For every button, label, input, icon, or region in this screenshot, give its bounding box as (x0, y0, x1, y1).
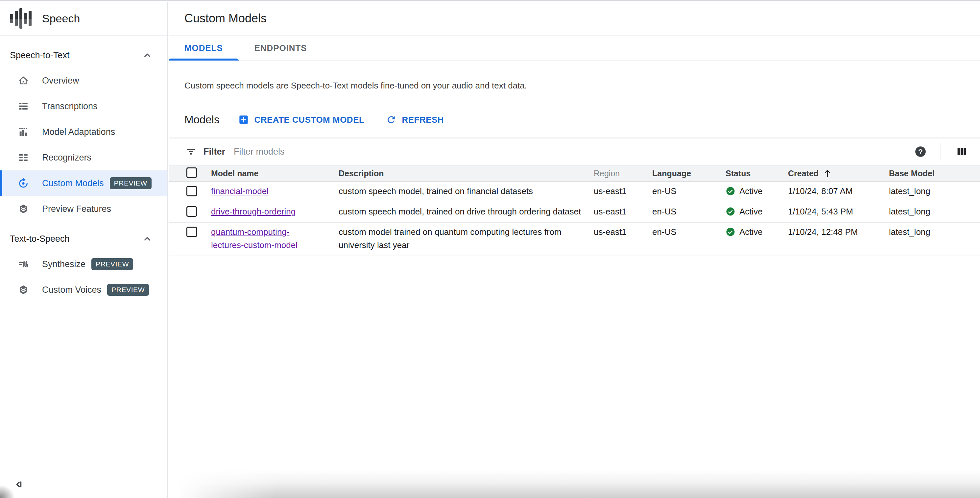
column-header-language[interactable]: Language (652, 169, 725, 178)
divider (940, 143, 941, 161)
layers-hexagon-icon (18, 284, 29, 295)
bar-chart-icon (18, 126, 29, 137)
row-checkbox[interactable] (186, 186, 197, 196)
collapse-sidebar-button[interactable] (14, 479, 26, 491)
sidebar-item-label: Custom Models (42, 178, 104, 188)
filter-bar-actions: ? (914, 143, 968, 161)
sidebar-item-label: Overview (42, 76, 79, 86)
column-header-status[interactable]: Status (725, 169, 788, 178)
model-link[interactable]: quantum-computing-lectures-custom-model (211, 227, 298, 250)
product-header: Speech (0, 2, 167, 35)
model-base-model: latest_long (889, 225, 980, 238)
speech-logo-icon (10, 8, 32, 29)
product-title: Speech (42, 12, 80, 25)
preview-badge: PREVIEW (110, 177, 151, 189)
column-header-description[interactable]: Description (339, 169, 594, 178)
page-description: Custom speech models are Speech-to-Text … (185, 79, 980, 92)
tab-bar: MODELS ENDPOINTS (169, 35, 980, 61)
column-header-region[interactable]: Region (594, 169, 652, 178)
model-status: Active (725, 185, 788, 198)
sidebar-item-label: Model Adaptations (42, 127, 115, 137)
status-active-icon (725, 186, 735, 196)
refresh-button[interactable]: REFRESH (386, 115, 444, 125)
model-created: 1/10/24, 5:43 PM (788, 205, 889, 218)
column-display-button[interactable] (955, 145, 968, 158)
row-checkbox[interactable] (186, 227, 197, 237)
status-active-icon (725, 227, 735, 237)
recognizers-icon (18, 152, 29, 163)
model-base-model: latest_long (889, 185, 980, 198)
svg-text:?: ? (918, 148, 923, 156)
model-language: en-US (652, 225, 725, 238)
status-active-icon (725, 207, 735, 216)
sidebar-nav: Speech-to-Text Overview Transcriptions M… (0, 35, 167, 303)
section-speech-to-text[interactable]: Speech-to-Text (0, 43, 167, 68)
sidebar-item-label: Recognizers (42, 153, 91, 163)
chevron-up-icon (142, 49, 153, 61)
model-base-model: latest_long (889, 205, 980, 218)
model-status: Active (725, 205, 788, 218)
sidebar-item-preview-features[interactable]: Preview Features (0, 196, 167, 222)
model-status: Active (725, 225, 788, 238)
help-button[interactable]: ? (914, 145, 927, 158)
column-header-created[interactable]: Created (788, 168, 889, 178)
create-custom-model-button[interactable]: CREATE CUSTOM MODEL (239, 115, 364, 125)
row-checkbox[interactable] (186, 206, 197, 217)
filter-label[interactable]: Filter (204, 147, 225, 157)
status-label: Active (739, 225, 763, 238)
sidebar-item-overview[interactable]: Overview (0, 68, 167, 93)
add-box-icon (239, 115, 249, 125)
sidebar-item-label: Preview Features (42, 204, 111, 214)
main-content: Custom Models MODELS ENDPOINTS Custom sp… (169, 2, 980, 498)
model-region: us-east1 (594, 225, 652, 238)
model-created: 1/10/24, 12:48 PM (788, 225, 889, 238)
page-title: Custom Models (185, 11, 267, 26)
models-toolbar: Models CREATE CUSTOM MODEL REFRESH (185, 112, 980, 128)
section-text-to-speech[interactable]: Text-to-Speech (0, 226, 167, 251)
section-title: Models (185, 113, 219, 126)
chevron-up-icon (142, 233, 153, 244)
sidebar-item-custom-models[interactable]: Custom Models PREVIEW (0, 171, 167, 196)
column-header-model-name[interactable]: Model name (211, 169, 339, 178)
filter-bar: Filter ? (169, 139, 980, 166)
column-header-base-model[interactable]: Base Model (889, 169, 980, 178)
layers-hexagon-icon (18, 203, 29, 214)
table-row: quantum-computing-lectures-custom-model … (169, 223, 980, 256)
sidebar-item-label: Synthesize (42, 259, 86, 270)
preview-badge: PREVIEW (107, 284, 149, 296)
model-created: 1/10/24, 8:07 AM (788, 185, 889, 198)
refresh-icon (386, 115, 396, 125)
model-description: custom speech model, trained on drive th… (339, 205, 594, 218)
tab-models[interactable]: MODELS (169, 35, 239, 61)
sidebar-item-label: Transcriptions (42, 101, 98, 112)
filter-models-input[interactable] (234, 147, 914, 157)
help-icon: ? (914, 145, 927, 158)
sidebar-item-synthesize[interactable]: Synthesize PREVIEW (0, 251, 167, 277)
table-row: drive-through-ordering custom speech mod… (169, 202, 980, 223)
model-link[interactable]: financial-model (211, 186, 269, 196)
sidebar-item-model-adaptations[interactable]: Model Adaptations (0, 119, 167, 145)
model-description: custom speech model, trained on financia… (339, 185, 594, 198)
tab-endpoints[interactable]: ENDPOINTS (239, 35, 323, 61)
model-language: en-US (652, 205, 725, 218)
model-link[interactable]: drive-through-ordering (211, 207, 296, 216)
sidebar-item-transcriptions[interactable]: Transcriptions (0, 93, 167, 119)
sidebar: Speech Speech-to-Text Overview Transcrip… (0, 2, 168, 498)
status-label: Active (739, 185, 763, 198)
custom-models-icon (18, 178, 29, 189)
sort-ascending-icon (822, 168, 832, 178)
model-region: us-east1 (594, 185, 652, 198)
preview-badge: PREVIEW (91, 258, 133, 270)
home-icon (18, 75, 29, 86)
sidebar-item-custom-voices[interactable]: Custom Voices PREVIEW (0, 277, 167, 303)
model-region: us-east1 (594, 205, 652, 218)
filter-list-icon (186, 146, 196, 157)
model-description: custom model trained on quantum computin… (339, 225, 594, 252)
model-language: en-US (652, 185, 725, 198)
page-header: Custom Models (169, 2, 980, 35)
table-header-row: Model name Description Region Language S… (169, 166, 980, 182)
select-all-checkbox[interactable] (186, 168, 197, 178)
collapse-panel-icon (14, 479, 26, 491)
models-table-card: Filter ? Model name Description Region L… (169, 137, 980, 256)
sidebar-item-recognizers[interactable]: Recognizers (0, 145, 167, 171)
